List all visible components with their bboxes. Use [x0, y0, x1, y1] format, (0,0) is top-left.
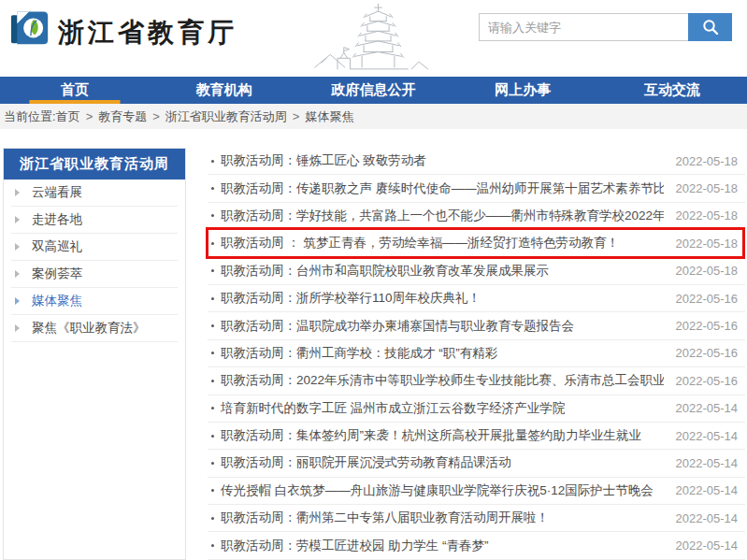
book-leaf-logo-icon[interactable]	[9, 7, 50, 47]
sidebar-item[interactable]: 媒体聚焦	[11, 288, 178, 315]
news-title-text: 职教活动周：劳模工匠进校园 助力学生 “青春梦”	[221, 538, 489, 554]
nav-tab-3[interactable]: 政府信息公开	[299, 77, 449, 104]
news-row[interactable]: 职教活动周：劳模工匠进校园 助力学生 “青春梦”2022-05-14	[208, 532, 745, 559]
bullet-icon	[211, 407, 214, 409]
chevron-right-icon	[15, 324, 20, 332]
news-row-title: 职教活动周：台州市和高职院校职业教育改革发展成果展示	[208, 263, 549, 280]
news-title-text: 培育新时代的数字工匠 温州市成立浙江云谷数字经济产业学院	[221, 400, 565, 417]
bullet-icon	[211, 269, 214, 272]
news-row[interactable]: 职教活动周：传递职教之声 赓续时代使命——温州幼师开展第十届艺术素养节比赛暨职业…	[208, 175, 745, 202]
news-row[interactable]: 培育新时代的数字工匠 温州市成立浙江云谷数字经济产业学院2022-05-14	[208, 395, 745, 423]
news-row-title: 职教活动周：学好技能，共富路上一个也不能少——衢州市特殊教育学校2022年职业教…	[208, 208, 664, 224]
news-title-text: 职教活动周：2022年乐清市中等职业学校师生专业技能比赛、乐清市总工会职业技术学…	[221, 372, 664, 389]
sidebar-item-label: 案例荟萃	[32, 266, 82, 280]
news-title-text: 职教活动周：传递职教之声 赓续时代使命——温州幼师开展第十届艺术素养节比赛暨职业…	[221, 180, 664, 197]
sidebar-item[interactable]: 云端看展	[11, 179, 178, 207]
news-row-date: 2022-05-14	[676, 483, 746, 497]
news-title-text: 职教活动周：浙所学校举行110周年校庆典礼！	[221, 290, 481, 307]
news-row-title: 职教活动周：衢州第二中专第八届职业教育活动周开展啦！	[208, 510, 549, 526]
news-row[interactable]: 职教活动周：学好技能，共富路上一个也不能少——衢州市特殊教育学校2022年职业教…	[208, 203, 745, 230]
bullet-icon	[211, 435, 214, 438]
breadcrumb-separator: >	[293, 109, 300, 123]
sidebar-item[interactable]: 案例荟萃	[11, 261, 178, 288]
news-row[interactable]: 职教活动周：浙所学校举行110周年校庆典礼！2022-05-16	[208, 285, 745, 312]
nav-tab-5[interactable]: 互动交流	[597, 77, 747, 104]
news-row-title: 职教活动周：传递职教之声 赓续时代使命——温州幼师开展第十届艺术素养节比赛暨职业…	[208, 180, 664, 197]
news-row-date: 2022-05-18	[676, 154, 746, 168]
sidebar: 浙江省职业教育活动周 云端看展走进各地双高巡礼案例荟萃媒体聚焦聚焦《职业教育法》	[3, 148, 186, 560]
news-row[interactable]: 传光授帽 白衣筑梦——舟山旅游与健康职业学院举行庆祝5·12国际护士节晚会202…	[208, 478, 745, 505]
breadcrumb-link[interactable]: 首页	[56, 108, 80, 125]
news-title-text: 职教活动周：温职院成功举办柬埔寨国情与职业教育专题报告会	[221, 318, 574, 335]
sidebar-item-label: 走进各地	[32, 212, 82, 226]
news-title-text: 职教活动周：集体签约周”来袭！杭州这所高校开展批量签约助力毕业生就业	[221, 427, 641, 444]
news-row[interactable]: 职教活动周：集体签约周”来袭！杭州这所高校开展批量签约助力毕业生就业2022-0…	[208, 423, 745, 450]
news-row[interactable]: 职教活动周：衢州第二中专第八届职业教育活动周开展啦！2022-05-14	[208, 505, 745, 532]
nav-tab-label: 首页	[61, 81, 89, 99]
news-row-title: 职教活动周：劳模工匠进校园 助力学生 “青春梦”	[208, 538, 489, 554]
news-row-date: 2022-05-18	[676, 208, 746, 223]
breadcrumb-link[interactable]: 浙江省职业教育活动周	[165, 108, 287, 125]
breadcrumb-separator: >	[86, 109, 93, 123]
nav-tab-label: 互动交流	[644, 81, 700, 99]
news-row-title: 职教活动周：丽职院开展沉浸式劳动教育精品课活动	[208, 454, 511, 471]
news-row[interactable]: 职教活动周：锤炼工匠心 致敬劳动者2022-05-18	[208, 148, 745, 175]
bullet-icon	[211, 297, 214, 300]
news-row[interactable]: 职教活动周：丽职院开展沉浸式劳动教育精品课活动2022-05-14	[208, 450, 745, 477]
breadcrumb-link[interactable]: 教育专题	[98, 108, 147, 125]
sidebar-item[interactable]: 聚焦《职业教育法》	[11, 315, 178, 342]
search-box	[479, 13, 732, 41]
news-row-date: 2022-05-14	[676, 511, 746, 525]
news-row[interactable]: 职教活动周：2022年乐清市中等职业学校师生专业技能比赛、乐清市总工会职业技术学…	[208, 367, 745, 395]
news-row[interactable]: 职教活动周：台州市和高职院校职业教育改革发展成果展示2022-05-18	[208, 258, 745, 285]
nav-tab-4[interactable]: 网上办事	[448, 77, 597, 104]
news-row-title: 职教活动周：集体签约周”来袭！杭州这所高校开展批量签约助力毕业生就业	[208, 427, 641, 444]
news-row[interactable]: 职教活动周：衢州工商学校：技能成才 “职”有精彩2022-05-16	[208, 340, 745, 367]
bullet-icon	[211, 160, 214, 163]
search-button[interactable]	[688, 13, 732, 41]
news-title-text: 职教活动周：学好技能，共富路上一个也不能少——衢州市特殊教育学校2022年职业教…	[221, 208, 664, 224]
news-row-date: 2022-05-14	[676, 429, 746, 443]
news-row-date: 2022-05-16	[676, 292, 746, 306]
news-title-text: 职教活动周：台州市和高职院校职业教育改革发展成果展示	[221, 263, 549, 280]
news-title-text: 职教活动周 ： 筑梦正青春，劳动绘幸福——浙经贸打造特色劳动教育！	[221, 235, 619, 251]
news-row[interactable]: 职教活动周：温职院成功举办柬埔寨国情与职业教育专题报告会2022-05-16	[208, 312, 745, 339]
bullet-icon	[211, 380, 214, 382]
sidebar-title: 浙江省职业教育活动周	[4, 149, 185, 179]
chevron-right-icon	[15, 243, 20, 251]
chevron-right-icon	[15, 270, 20, 278]
search-input[interactable]	[479, 13, 688, 41]
bullet-icon	[211, 352, 214, 354]
sidebar-items: 云端看展走进各地双高巡礼案例荟萃媒体聚焦聚焦《职业教育法》	[4, 179, 185, 342]
bullet-icon	[211, 187, 214, 190]
news-list: 职教活动周：锤炼工匠心 致敬劳动者2022-05-18职教活动周：传递职教之声 …	[208, 148, 745, 560]
breadcrumb-link[interactable]: 媒体聚焦	[305, 108, 353, 125]
news-row-title: 职教活动周：温职院成功举办柬埔寨国情与职业教育专题报告会	[208, 318, 574, 335]
nav-tab-2[interactable]: 教育机构	[150, 77, 299, 104]
news-row-title: 职教活动周：2022年乐清市中等职业学校师生专业技能比赛、乐清市总工会职业技术学…	[208, 372, 664, 389]
sidebar-item-label: 云端看展	[32, 185, 82, 199]
sidebar-item-label: 双高巡礼	[32, 239, 82, 253]
bullet-icon	[211, 489, 214, 492]
news-row-date: 2022-05-16	[676, 319, 746, 333]
pagoda-sketch	[310, 2, 446, 75]
nav-tab-label: 政府信息公开	[331, 81, 415, 99]
news-row-title: 培育新时代的数字工匠 温州市成立浙江云谷数字经济产业学院	[208, 400, 565, 417]
sidebar-item[interactable]: 走进各地	[11, 207, 178, 234]
nav-tab-1[interactable]: 首页	[0, 77, 150, 104]
sidebar-item[interactable]: 双高巡礼	[11, 234, 178, 261]
news-row[interactable]: 职教活动周 ： 筑梦正青春，劳动绘幸福——浙经贸打造特色劳动教育！2022-05…	[208, 230, 745, 257]
breadcrumb: 当前位置:首页>教育专题>浙江省职业教育活动周>媒体聚焦	[0, 104, 747, 129]
news-row-date: 2022-05-14	[676, 401, 746, 415]
news-row-title: 传光授帽 白衣筑梦——舟山旅游与健康职业学院举行庆祝5·12国际护士节晚会	[208, 482, 654, 499]
news-title-text: 职教活动周：锤炼工匠心 致敬劳动者	[221, 152, 426, 169]
news-row-title: 职教活动周：浙所学校举行110周年校庆典礼！	[208, 290, 481, 307]
news-row-title: 职教活动周：锤炼工匠心 致敬劳动者	[208, 152, 426, 169]
sidebar-item-label: 聚焦《职业教育法》	[32, 321, 146, 335]
news-row-date: 2022-05-14	[676, 456, 746, 470]
chevron-right-icon	[15, 297, 20, 305]
chevron-right-icon	[15, 216, 20, 223]
main-nav: 首页教育机构政府信息公开网上办事互动交流	[0, 77, 747, 104]
news-row-date: 2022-05-18	[676, 181, 746, 195]
site-title: 浙江省教育厅	[58, 15, 237, 50]
